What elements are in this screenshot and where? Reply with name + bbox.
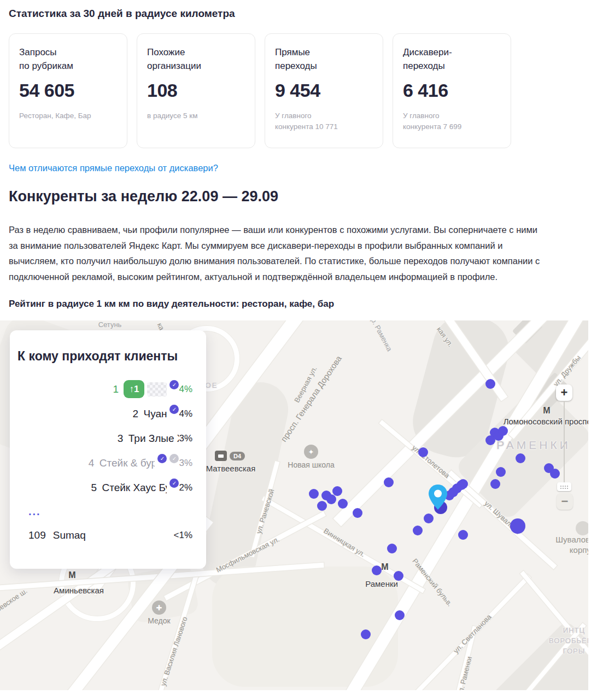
faq-link[interactable]: Чем отличаются прямые переходы от дискав…: [9, 163, 218, 173]
stat-card-caption: У главногоконкурента 7 699: [403, 110, 501, 132]
rank-up-badge: ↑1: [124, 380, 144, 398]
map-canvas[interactable]: Сетунькар. РаменкаВеерная ул.просп. Гене…: [0, 320, 588, 690]
ranking-row[interactable]: 1↑1✓4%: [10, 377, 206, 401]
verified-badge: ✓: [169, 454, 179, 463]
zoom-slider-track[interactable]: [564, 401, 565, 483]
competitor-dot[interactable]: [361, 629, 371, 639]
competitors-description: Раз в неделю сравниваем, чьи профили поп…: [9, 222, 543, 284]
stat-card: Прямыепереходы9 454У главногоконкурента …: [265, 33, 383, 148]
ranking-row-rank: 2: [132, 408, 143, 420]
footer-rank: 109: [28, 529, 46, 541]
competitor-dot[interactable]: [384, 477, 394, 487]
school-icon[interactable]: ✦: [304, 445, 318, 459]
ranking-row-name: Три Злые Жены: [128, 433, 179, 445]
ranking-row[interactable]: 5Стейк Хаус Бутчер✓2%: [10, 475, 206, 500]
competitor-dot[interactable]: [550, 469, 560, 479]
stat-card-title: Дискавери-переходы: [403, 45, 501, 73]
street-label: Аминьевское ш.: [0, 587, 29, 623]
competitor-dot[interactable]: [338, 499, 348, 509]
competitor-dot[interactable]: [510, 518, 525, 534]
metro-icon[interactable]: М: [68, 570, 75, 580]
competitor-dot[interactable]: [387, 544, 397, 553]
stat-card: Похожиеорганизации108в радиусе 5 км: [137, 33, 255, 148]
verified-badge: ✓: [169, 380, 179, 389]
page-content: Статистика за 30 дней в радиусе километр…: [0, 0, 597, 310]
road: [450, 626, 477, 690]
competitor-dot[interactable]: [372, 565, 382, 575]
competitor-dot[interactable]: [458, 530, 468, 540]
location-pin[interactable]: [428, 483, 448, 513]
competitor-dot[interactable]: [353, 508, 362, 518]
ranking-row-percent: 4%: [179, 409, 192, 419]
competitor-dot[interactable]: [424, 514, 434, 523]
stat-card-title: Прямыепереходы: [275, 45, 373, 73]
railway-icon[interactable]: [215, 451, 227, 461]
zoom-in-button[interactable]: +: [556, 384, 572, 401]
ranking-row[interactable]: 3Три Злые Жены3%: [10, 426, 206, 451]
medical-cross-icon[interactable]: ✚: [152, 600, 166, 615]
zoom-slider-handle[interactable]: [557, 482, 571, 491]
stats-cards: Запросыпо рубрикам54 605Ресторан, Кафе, …: [9, 33, 588, 148]
competitor-dot[interactable]: [490, 479, 500, 489]
stat-card-value: 6 416: [403, 80, 501, 101]
stat-card-title: Запросыпо рубрикам: [19, 45, 117, 73]
stat-card: Запросыпо рубрикам54 605Ресторан, Кафе, …: [9, 33, 127, 148]
page-title: Статистика за 30 дней в радиусе километр…: [9, 8, 588, 20]
ranking-row-percent: 4%: [179, 384, 192, 395]
footer-name: Sumaq: [53, 529, 86, 541]
street-label: корпус: [570, 545, 588, 555]
ranking-row[interactable]: 4Стейк & бургер Мирато...✓✓3%: [10, 451, 206, 475]
competitor-dot[interactable]: [516, 453, 525, 463]
ranking-row-rank: 5: [91, 482, 102, 494]
verified-badge: ✓: [157, 454, 167, 463]
competitor-dot[interactable]: [496, 467, 506, 477]
rating-caption: Рейтинг в радиусе 1 км км по виду деятел…: [9, 299, 588, 310]
ranking-panel-title: К кому приходят клиенты: [17, 349, 198, 364]
stat-card-title: Похожиеорганизации: [147, 45, 245, 73]
competitor-dot[interactable]: [456, 480, 466, 490]
stat-card-caption: в радиусе 5 км: [147, 110, 245, 121]
ranking-row-percent: 3%: [179, 458, 192, 469]
ranking-row-rank: 4: [89, 457, 99, 469]
competitor-dot[interactable]: [485, 379, 495, 389]
stat-card-value: 54 605: [19, 80, 117, 101]
stat-card: Дискавери-переходы6 416У главногоконкуре…: [393, 33, 511, 148]
metro-icon[interactable]: М: [543, 406, 550, 416]
street-label: Шуваловский: [555, 535, 588, 544]
stat-card-value: 108: [147, 80, 245, 101]
competitor-dot[interactable]: [309, 489, 319, 499]
competitor-dot[interactable]: [418, 447, 428, 457]
ranking-row-percent: 3%: [179, 433, 192, 444]
footer-percent: <1%: [174, 530, 193, 541]
competitor-dot[interactable]: [498, 426, 508, 436]
street-label: просп. Генерала Дорохова: [279, 354, 343, 444]
ranking-row-percent: 2%: [179, 482, 192, 493]
zoom-out-button[interactable]: −: [557, 493, 573, 510]
verified-badge: ✓: [169, 479, 179, 488]
ranking-row[interactable]: 2Чуаньюй✓4%: [10, 401, 206, 426]
competitors-title: Конкуренты за неделю 22.09 — 29.09: [9, 188, 588, 205]
verified-badge: ✓: [169, 405, 179, 414]
metro-icon[interactable]: М: [381, 562, 388, 572]
competitor-dot[interactable]: [317, 501, 327, 511]
competitor-dot[interactable]: [413, 526, 423, 535]
ranking-rows: 1↑1✓4%2Чуаньюй✓4%3Три Злые Жены3%4Стейк …: [10, 377, 206, 500]
show-more-ellipsis[interactable]: ...: [28, 508, 206, 515]
masked-name-placeholder: [147, 382, 167, 396]
street-label: р. Раменка: [370, 320, 394, 353]
ranking-row-name: Чуаньюй: [143, 408, 167, 420]
d4-road-badge: D4: [230, 452, 245, 460]
map-terrain-blob: [197, 377, 294, 592]
competitor-dot[interactable]: [395, 610, 405, 620]
pin-icon: [428, 483, 448, 511]
stat-card-caption: Ресторан, Кафе, Бар: [19, 110, 117, 121]
competitor-dot[interactable]: [394, 571, 403, 581]
poi-circle-fragment: [576, 521, 588, 535]
ranking-row-rank: 3: [118, 433, 128, 445]
ranking-row-rank: 1: [113, 383, 124, 395]
ranking-footer-row[interactable]: 109 Sumaq <1%: [28, 529, 192, 541]
ranking-row-name: Стейк & бургер Мирато...: [99, 457, 155, 469]
competitor-dot[interactable]: [326, 494, 336, 504]
competitor-dot[interactable]: [332, 486, 342, 496]
poi-label: Новая школа: [288, 460, 334, 469]
